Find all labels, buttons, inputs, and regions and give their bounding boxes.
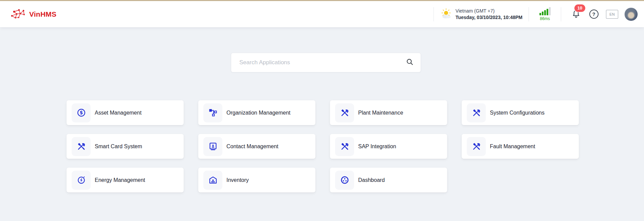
app-tile-organization-management[interactable]: Organization Management (198, 100, 315, 125)
latency-label: 86ms (540, 16, 550, 21)
app-label: Energy Management (95, 177, 145, 183)
app-grid: $ Asset Management Organization Manageme… (67, 100, 584, 192)
app-tile-sap-integration[interactable]: SAP Integration (330, 134, 447, 159)
app-label: Asset Management (95, 110, 142, 116)
network-status: 86ms (535, 7, 555, 21)
app-tile-plant-maintenance[interactable]: Plant Maintenance (330, 100, 447, 125)
org-chart-icon (203, 103, 222, 122)
sun-cloud-icon (440, 8, 452, 21)
notification-count-badge: 10 (574, 4, 585, 12)
notifications-button[interactable]: 10 (570, 8, 582, 20)
app-label: SAP Integration (358, 143, 396, 150)
app-label: Smart Card System (95, 143, 142, 150)
app-tile-inventory[interactable]: Inventory (198, 168, 315, 192)
search-icon[interactable] (406, 58, 414, 67)
tools-icon (467, 137, 486, 156)
locale-region: Vietnam (GMT +7) (456, 8, 522, 14)
locale-datetime: Tuesday, 03/10/2023, 10:48PM (456, 14, 522, 21)
app-label: Organization Management (226, 110, 291, 116)
brand-name: VinHMS (29, 10, 56, 18)
tools-icon (72, 137, 91, 156)
locale-text: Vietnam (GMT +7) Tuesday, 03/10/2023, 10… (456, 8, 522, 21)
header-divider (434, 7, 434, 21)
locale-widget: Vietnam (GMT +7) Tuesday, 03/10/2023, 10… (440, 8, 522, 21)
dashboard-icon (335, 171, 354, 190)
svg-text:$: $ (79, 110, 83, 115)
header-right-cluster: Vietnam (GMT +7) Tuesday, 03/10/2023, 10… (427, 7, 638, 21)
app-tile-asset-management[interactable]: $ Asset Management (67, 100, 184, 125)
dollar-circle-icon: $ (72, 103, 91, 122)
app-tile-smart-card-system[interactable]: Smart Card System (67, 134, 184, 159)
tools-icon (335, 103, 354, 122)
app-label: Fault Management (490, 143, 535, 150)
app-label: Inventory (226, 177, 249, 183)
app-tile-fault-management[interactable]: Fault Management (462, 134, 579, 159)
app-label: System Configurations (490, 110, 545, 116)
header-divider (561, 7, 561, 21)
signal-bars-icon (539, 7, 551, 15)
search-input[interactable] (239, 59, 406, 66)
app-label: Plant Maintenance (358, 110, 403, 116)
app-tile-contact-management[interactable]: Contact Management (198, 134, 315, 159)
user-avatar[interactable] (624, 7, 638, 21)
app-tile-energy-management[interactable]: Energy Management (67, 168, 184, 192)
search-bar (231, 53, 421, 72)
energy-icon (72, 171, 91, 190)
app-header: VinHMS Vietnam (GMT +7) Tuesday, 03/10/2… (0, 1, 644, 27)
language-selector[interactable]: EN (606, 10, 618, 19)
question-circle-icon: ? (589, 10, 599, 19)
tools-icon (335, 137, 354, 156)
brand-logo-icon (10, 7, 26, 21)
app-tile-dashboard[interactable]: Dashboard (330, 168, 447, 192)
header-divider (529, 7, 529, 21)
tools-icon (467, 103, 486, 122)
app-label: Contact Management (226, 143, 278, 150)
launcher-main: $ Asset Management Organization Manageme… (0, 53, 644, 192)
help-button[interactable]: ? (588, 8, 600, 20)
app-tile-system-configurations[interactable]: System Configurations (462, 100, 579, 125)
warehouse-icon (203, 171, 222, 190)
contact-card-icon (203, 137, 222, 156)
app-label: Dashboard (358, 177, 385, 183)
brand[interactable]: VinHMS (10, 7, 56, 21)
